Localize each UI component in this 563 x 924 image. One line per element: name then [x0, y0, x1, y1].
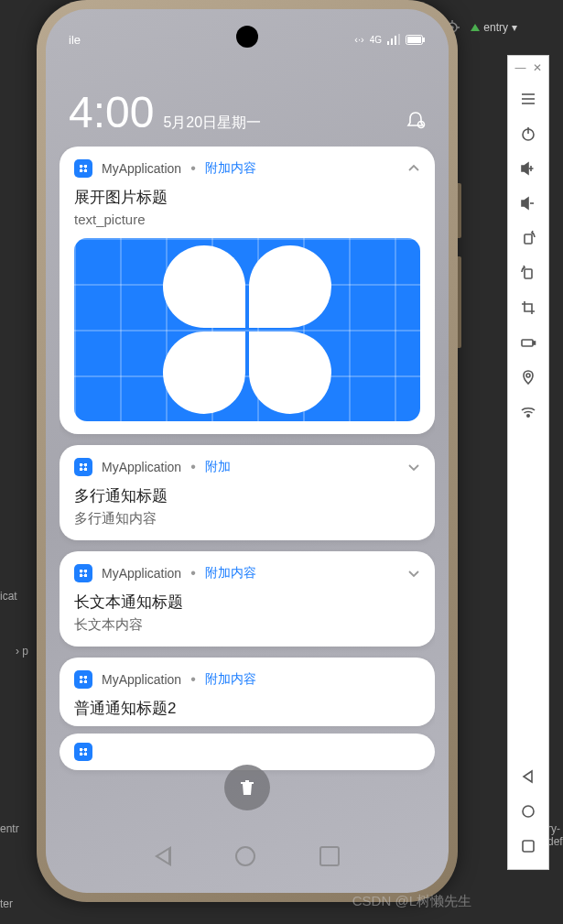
svg-rect-9: [398, 34, 400, 45]
app-icon: [74, 159, 92, 178]
camera-notch: [236, 26, 258, 48]
ide-text-fragment: ry-def: [547, 822, 563, 848]
menu-button[interactable]: [508, 82, 548, 116]
crop-button[interactable]: [508, 290, 548, 325]
app-name: MyApplication: [102, 672, 181, 687]
lockscreen-header: 4:00 5月20日星期一: [46, 87, 449, 137]
lock-date: 5月20日星期一: [163, 114, 261, 133]
svg-rect-14: [245, 786, 246, 793]
wifi-button[interactable]: [508, 395, 548, 429]
watermark: CSDN @L树懒先生: [352, 893, 471, 910]
app-icon: [74, 743, 92, 761]
svg-rect-27: [525, 269, 532, 278]
svg-marker-24: [522, 198, 528, 209]
app-icon: [74, 458, 92, 476]
run-icon: [471, 24, 480, 31]
notification-title: 展开图片标题: [74, 187, 420, 208]
ide-side-text: › p: [16, 645, 28, 658]
separator-dot: •: [190, 671, 196, 688]
ide-side-text: ter: [0, 897, 13, 910]
notification-list[interactable]: MyApplication • 附加内容 展开图片标题 text_picture: [60, 147, 435, 810]
notification-card[interactable]: MyApplication • 附加内容 展开图片标题 text_picture: [60, 147, 435, 434]
android-nav-bar: [46, 838, 449, 875]
collapse-icon[interactable]: [407, 162, 420, 175]
svg-rect-34: [523, 841, 534, 852]
code-icon: ‹·›: [354, 34, 363, 45]
separator-dot: •: [190, 459, 196, 475]
ide-side-text: icat: [0, 590, 17, 603]
close-icon[interactable]: ✕: [533, 61, 542, 74]
notification-extra: 附加: [205, 459, 231, 475]
notification-card[interactable]: MyApplication • 附加内容 长文本通知标题 长文本内容: [60, 551, 435, 647]
svg-rect-7: [391, 38, 393, 45]
app-icon: [74, 564, 92, 582]
signal-icon: [387, 34, 400, 45]
svg-rect-8: [395, 36, 396, 45]
minimize-icon[interactable]: —: [515, 61, 526, 74]
notification-bell-icon[interactable]: [406, 110, 426, 130]
location-button[interactable]: [508, 360, 548, 395]
svg-point-33: [523, 806, 534, 817]
volume-up-button[interactable]: [508, 151, 548, 186]
network-label: 4G: [370, 35, 382, 45]
phone-screen[interactable]: ile ‹·› 4G 4:00 5月20日星期一: [46, 9, 449, 893]
notification-title: 多行通知标题: [74, 485, 420, 506]
emulator-recent-button[interactable]: [508, 829, 548, 864]
volume-down-button[interactable]: [508, 186, 548, 221]
clear-all-button[interactable]: [224, 765, 270, 810]
nav-home-button[interactable]: [235, 846, 255, 866]
notification-extra: 附加内容: [205, 565, 256, 582]
notification-title: 普通通知标题2: [74, 698, 420, 719]
power-button[interactable]: [508, 116, 548, 151]
dropdown-arrow-icon: ▾: [512, 21, 517, 34]
clock-time: 4:00: [69, 87, 154, 137]
notification-extra: 附加内容: [205, 160, 256, 177]
svg-rect-29: [534, 342, 536, 344]
emulator-home-button[interactable]: [508, 794, 548, 829]
emulator-back-button[interactable]: [508, 759, 548, 794]
battery-button[interactable]: [508, 325, 548, 360]
phone-frame: ile ‹·› 4G 4:00 5月20日星期一: [37, 0, 458, 902]
svg-marker-21: [522, 163, 528, 174]
battery-icon: [406, 35, 426, 45]
svg-rect-26: [525, 234, 532, 244]
app-name: MyApplication: [102, 566, 181, 581]
svg-rect-6: [387, 41, 389, 45]
svg-rect-15: [248, 786, 249, 793]
svg-point-31: [527, 415, 529, 417]
app-name: MyApplication: [102, 460, 181, 474]
notification-card[interactable]: MyApplication • 附加内容 普通通知标题2: [60, 658, 435, 726]
svg-point-30: [526, 374, 530, 377]
status-left: ile: [69, 33, 81, 47]
emulator-sidebar: — ✕: [507, 55, 549, 870]
side-button: [458, 183, 461, 238]
notification-body: 长文本内容: [74, 616, 420, 634]
svg-rect-11: [407, 37, 421, 43]
notification-body: 多行通知内容: [74, 510, 420, 527]
expand-icon[interactable]: [407, 461, 420, 473]
run-config-dropdown[interactable]: entry ▾: [471, 21, 517, 34]
app-name: MyApplication: [102, 161, 181, 176]
notification-card[interactable]: MyApplication • 附加 多行通知标题 多行通知内容: [60, 445, 435, 540]
notification-extra: 附加内容: [205, 671, 256, 688]
separator-dot: •: [190, 565, 196, 582]
notification-title: 长文本通知标题: [74, 592, 420, 613]
expand-icon[interactable]: [407, 567, 420, 580]
nav-back-button[interactable]: [155, 846, 171, 866]
notification-image: [74, 238, 420, 421]
rotate-left-button[interactable]: [508, 255, 548, 290]
run-config-label: entry: [483, 21, 508, 34]
svg-marker-32: [524, 771, 532, 782]
app-icon: [74, 670, 92, 689]
nav-recent-button[interactable]: [319, 846, 340, 866]
rotate-right-button[interactable]: [508, 221, 548, 255]
ide-side-text: entr: [0, 822, 19, 835]
flower-icon: [156, 238, 339, 421]
side-button: [458, 256, 461, 348]
svg-rect-28: [522, 340, 533, 346]
separator-dot: •: [190, 160, 196, 177]
notification-body: text_picture: [74, 212, 420, 227]
svg-rect-12: [423, 38, 425, 42]
